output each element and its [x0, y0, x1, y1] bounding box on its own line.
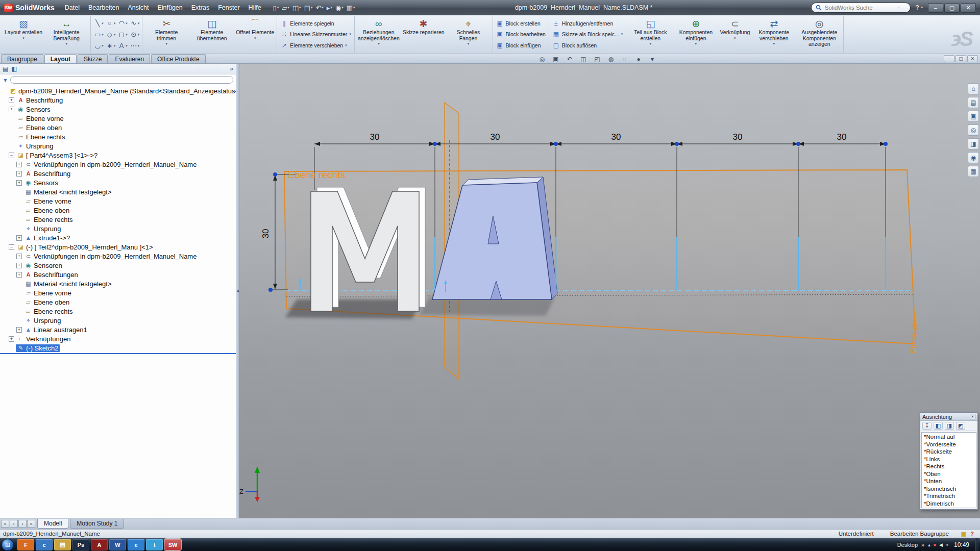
hidden-icons-arrow[interactable]: ▴: [928, 542, 930, 547]
model-tab-motion-study-1[interactable]: Motion Study 1: [70, 519, 124, 529]
menu-fenster[interactable]: Fenster: [214, 3, 243, 13]
elemente-spiegeln-button[interactable]: ∥Elemente spiegeln: [279, 18, 353, 29]
slot-tool[interactable]: ◻▾: [116, 29, 129, 40]
custom-properties-tab[interactable]: ▦: [968, 166, 979, 177]
tree-expand-toggle[interactable]: +: [16, 235, 22, 241]
tree-item[interactable]: +⊂Verknüpfungen in dpm-b2009_Hernderl_Ma…: [0, 252, 236, 261]
scene-settings-button[interactable]: ▾: [646, 55, 658, 63]
tree-item[interactable]: ⌖Ursprung: [0, 316, 236, 325]
help-icon[interactable]: ?: [970, 531, 974, 537]
maximize-button[interactable]: ▢: [944, 3, 960, 13]
tree-expand-toggle[interactable]: −: [9, 153, 14, 158]
solidworks-tray-icon[interactable]: ■: [934, 542, 936, 547]
solidworks-taskbar-button[interactable]: SW: [164, 539, 181, 550]
view-oben[interactable]: *Oben: [923, 470, 975, 478]
tree-item[interactable]: ▦Material <nicht festgelegt>: [0, 279, 236, 288]
tree-item[interactable]: ▱Ebene oben: [0, 297, 236, 307]
view-links[interactable]: *Links: [923, 456, 975, 463]
section-view-button[interactable]: ◫: [577, 55, 590, 63]
point-tool[interactable]: ∗▾: [105, 40, 117, 51]
tree-expand-toggle[interactable]: −: [9, 244, 14, 250]
height-dimension-label[interactable]: 30: [261, 229, 271, 239]
chrome-taskbar-button[interactable]: c: [36, 539, 53, 550]
tree-item[interactable]: ▱Ebene rechts: [0, 215, 236, 224]
tree-expand-toggle[interactable]: +: [16, 272, 22, 278]
adobe-app-taskbar-button[interactable]: A: [91, 539, 108, 550]
search-tab[interactable]: ◎: [968, 124, 979, 136]
twitter-taskbar-button[interactable]: t: [146, 539, 163, 550]
beziehungen-anzeigen-button[interactable]: ∞Beziehungen anzeigen/löschen▾: [356, 17, 401, 52]
spline-tool[interactable]: ∿▾: [129, 18, 141, 29]
new-document-button[interactable]: ▯▾: [272, 3, 281, 13]
menu-bearbeiten[interactable]: Bearbeiten: [84, 3, 123, 13]
previous-view-button[interactable]: ↶: [564, 55, 576, 63]
dimension-label[interactable]: 30: [491, 132, 500, 142]
propertymanager-icon[interactable]: ◧: [11, 65, 17, 72]
tab-evaluieren[interactable]: Evaluieren: [109, 54, 150, 63]
schnelles-fangen-button[interactable]: ⌖Schnelles Fangen▾: [446, 17, 491, 52]
doc-close-button[interactable]: ✕: [967, 55, 978, 62]
featuremanager-tree-icon[interactable]: ▤: [3, 65, 8, 72]
skizze-reparieren-button[interactable]: ✱Skizze reparieren: [402, 17, 446, 52]
tree-expand-toggle[interactable]: +: [16, 162, 22, 167]
desktop-toolbar-chevron[interactable]: »: [921, 542, 924, 548]
tree-item[interactable]: +ABeschriftung: [0, 95, 236, 105]
top-view-icon[interactable]: ◨: [945, 422, 954, 430]
tree-item[interactable]: +⊂Verknüpfungen in dpm-b2009_Hernderl_Ma…: [0, 160, 236, 169]
ausgeblendete-komponenten-button[interactable]: ◎Ausgeblendete Komponenten anzeigen: [797, 17, 842, 52]
tree-expand-toggle[interactable]: +: [16, 180, 22, 186]
hinzufuegen-entfernen-button[interactable]: ±Hinzufügen/entfernen: [551, 18, 625, 29]
tree-item[interactable]: −◪[ Part4^Assem3 ]<1>->?: [0, 151, 236, 160]
tree-expand-toggle[interactable]: +: [16, 254, 22, 259]
zoom-fit-button[interactable]: ◎: [536, 55, 548, 63]
search-dropdown-icon[interactable]: ▾: [898, 6, 900, 10]
tree-item[interactable]: +◉Sensors: [0, 105, 236, 114]
tree-expand-toggle[interactable]: +: [16, 327, 22, 333]
dimension-label[interactable]: 30: [837, 132, 847, 142]
fillet-tool[interactable]: ◡▾: [92, 40, 105, 51]
menu-ansicht[interactable]: Ansicht: [124, 3, 153, 13]
volume-icon[interactable]: ◀: [939, 542, 943, 547]
elemente-trimmen-button[interactable]: ✂Elemente trimmen▾: [144, 17, 189, 52]
doc-minimize-button[interactable]: –: [944, 55, 954, 62]
open-button[interactable]: ▱▾: [280, 3, 291, 13]
tree-item[interactable]: +◉Sensoren: [0, 261, 236, 270]
rollback-bar[interactable]: [0, 353, 236, 354]
teil-aus-block-button[interactable]: ◱Teil aus Block erstellen▾: [628, 17, 673, 52]
photoshop-taskbar-button[interactable]: Ps: [72, 539, 89, 550]
file-explorer-tab[interactable]: ▣: [968, 111, 979, 122]
lineares-skizzenmuster-button[interactable]: ∷Lineares Skizzenmuster▾: [279, 29, 353, 39]
sheet-nav-first[interactable]: «: [1, 520, 9, 528]
arc-tool[interactable]: ◠▾: [116, 18, 129, 29]
panel-expand-icon[interactable]: »: [230, 65, 233, 72]
view-trimetrisch[interactable]: *Trimetrisch: [923, 492, 975, 500]
dimension-label[interactable]: 30: [611, 132, 621, 142]
undo-button[interactable]: ↶▾: [314, 3, 325, 13]
block-erstellen-button[interactable]: ▣Block erstellen: [495, 18, 547, 29]
front-view-icon[interactable]: ◧: [934, 422, 943, 430]
options-button[interactable]: ▦▾: [345, 3, 357, 13]
search-box[interactable]: ▾: [811, 3, 911, 13]
tree-item[interactable]: ▱Ebene rechts: [0, 307, 236, 316]
quick-tip-icon[interactable]: ▣: [961, 531, 966, 537]
print-button[interactable]: ▤▾: [303, 3, 314, 13]
doc-maximize-button[interactable]: ▢: [955, 55, 966, 62]
sheet-nav-prev[interactable]: ‹: [10, 520, 18, 528]
menu-datei[interactable]: Datei: [61, 3, 84, 13]
filter-icon[interactable]: ▼: [3, 77, 8, 83]
polygon-tool[interactable]: ◇▾: [105, 29, 117, 40]
tree-item[interactable]: ▱Ebene rechts: [0, 132, 236, 141]
network-icon[interactable]: ≈: [946, 542, 948, 547]
firefox-taskbar-button[interactable]: F: [17, 539, 34, 550]
view-rechts[interactable]: *Rechts: [923, 463, 975, 470]
tree-item[interactable]: +ABeschriftung: [0, 169, 236, 178]
dimension-label[interactable]: 30: [370, 132, 380, 142]
tree-filter-input[interactable]: [10, 76, 233, 84]
save-button[interactable]: ◫▾: [291, 3, 303, 13]
block-aufloesen-button[interactable]: ▢Block auflösen: [551, 40, 625, 51]
verknuepfung-button[interactable]: ⊂Verknüpfung▾: [719, 17, 751, 52]
tab-office-produkte[interactable]: Office Produkte: [151, 54, 206, 63]
menu-extras[interactable]: Extras: [187, 3, 213, 13]
pushpin-icon[interactable]: ↧: [922, 422, 932, 430]
view-palette-tab[interactable]: ◨: [968, 138, 979, 149]
